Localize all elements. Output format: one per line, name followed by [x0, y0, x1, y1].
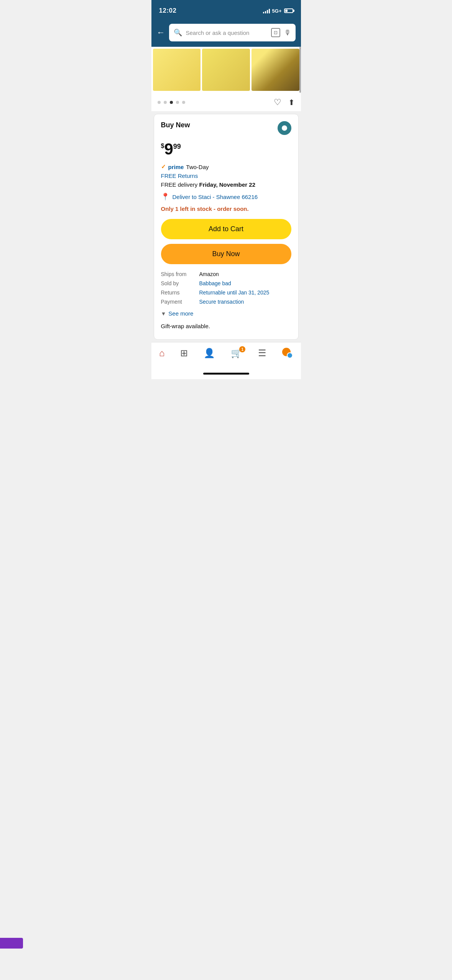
dot-3[interactable] [170, 101, 173, 104]
sold-by-value[interactable]: Babbage bad [199, 280, 231, 286]
location-pin-icon: 📍 [161, 192, 169, 201]
mic-icon[interactable]: 🎙 [284, 29, 291, 37]
status-bar: 12:02 5G+ [151, 0, 301, 20]
home-indicator [151, 368, 301, 379]
see-more-text: See more [168, 310, 193, 317]
free-delivery: FREE delivery Friday, November 22 [161, 181, 291, 188]
dot-1[interactable] [158, 101, 161, 104]
nav-cart[interactable]: 🛒 1 [226, 346, 247, 360]
prime-row: ✓ prime Two-Day [161, 163, 291, 170]
payment-value[interactable]: Secure transaction [199, 299, 244, 305]
returns-row: Returns Returnable until Jan 31, 2025 [161, 289, 291, 296]
search-bar[interactable]: 🔍 Search or ask a question ⊡ 🎙 [169, 24, 296, 41]
back-button[interactable]: ← [157, 28, 165, 38]
menu-icon: ☰ [258, 348, 266, 358]
image-indicators: ♡ ⬆︎ [151, 93, 301, 112]
buy-section-card: Buy New $ 9 99 ✓ prime Two-Day FREE Retu… [154, 114, 299, 340]
price-display: $ 9 99 [161, 141, 291, 157]
network-type: 5G+ [272, 8, 282, 14]
nav-menu[interactable]: ☰ [253, 346, 271, 360]
gift-wrap: Gift-wrap available. [161, 323, 291, 332]
nav-home[interactable]: ⌂ [155, 346, 169, 360]
product-action-icons: ♡ ⬆︎ [274, 97, 295, 107]
payment-label: Payment [161, 299, 192, 305]
product-image-3[interactable] [251, 49, 299, 91]
camera-search-icon[interactable]: ⊡ [271, 28, 280, 37]
status-time: 12:02 [159, 7, 177, 15]
ai-icon [282, 348, 293, 358]
radio-inner [282, 125, 287, 131]
delivery-location-text: Deliver to Staci - Shawnee 66216 [173, 194, 258, 200]
price-cents: 99 [173, 143, 181, 151]
ships-from-row: Ships from Amazon [161, 271, 291, 277]
wishlist-heart-icon[interactable]: ♡ [274, 97, 281, 107]
home-icon: ⌂ [159, 348, 165, 358]
nav-ai[interactable] [278, 346, 297, 360]
returns-label: Returns [161, 289, 192, 296]
product-image-2[interactable] [202, 49, 250, 91]
price-whole: 9 [164, 141, 173, 157]
product-details: Ships from Amazon Sold by Babbage bad Re… [161, 271, 291, 305]
buy-now-button[interactable]: Buy Now [161, 244, 291, 264]
prime-checkmark: ✓ [161, 163, 166, 170]
cart-badge: 1 [239, 346, 245, 352]
buy-new-label: Buy New [161, 121, 190, 129]
dot-5[interactable] [182, 101, 185, 104]
image-dots [158, 101, 185, 104]
buy-new-header: Buy New [161, 121, 291, 135]
free-returns[interactable]: FREE Returns [161, 173, 291, 179]
dot-2[interactable] [164, 101, 167, 104]
account-icon: 👤 [204, 348, 215, 358]
battery-icon [284, 8, 293, 13]
add-to-cart-button[interactable]: Add to Cart [161, 219, 291, 239]
payment-row: Payment Secure transaction [161, 299, 291, 305]
share-icon[interactable]: ⬆︎ [288, 98, 295, 107]
nav-browse[interactable]: ⊞ [176, 346, 192, 360]
see-more-row[interactable]: ▼ See more [161, 310, 291, 317]
sold-by-label: Sold by [161, 280, 192, 286]
search-placeholder: Search or ask a question [186, 30, 267, 36]
search-area: ← 🔍 Search or ask a question ⊡ 🎙 [151, 20, 301, 47]
ships-from-label: Ships from [161, 271, 192, 277]
currency-symbol: $ [161, 143, 164, 150]
status-icons: 5G+ [263, 8, 293, 14]
browse-icon: ⊞ [180, 348, 188, 358]
prime-delivery-type: Two-Day [186, 164, 209, 170]
search-icon: 🔍 [174, 28, 182, 37]
dot-4[interactable] [176, 101, 179, 104]
stock-warning: Only 1 left in stock - order soon. [161, 206, 291, 212]
chevron-down-icon: ▼ [161, 311, 166, 317]
returns-value[interactable]: Returnable until Jan 31, 2025 [199, 289, 270, 296]
sold-by-row: Sold by Babbage bad [161, 280, 291, 286]
deliver-to-row[interactable]: 📍 Deliver to Staci - Shawnee 66216 [161, 192, 291, 201]
ai-circle-blue [287, 352, 293, 358]
bottom-nav: ⌂ ⊞ 👤 🛒 1 ☰ [151, 342, 301, 368]
product-image-strip [151, 47, 301, 93]
cart-icon: 🛒 1 [231, 348, 242, 358]
selected-radio[interactable] [278, 121, 291, 135]
scroll-indicator [299, 47, 301, 93]
signal-icon [263, 8, 270, 13]
ships-from-value: Amazon [199, 271, 219, 277]
prime-label: prime [168, 164, 184, 170]
product-image-1[interactable] [153, 49, 201, 91]
delivery-date: Friday, November 22 [199, 181, 255, 188]
nav-account[interactable]: 👤 [199, 346, 220, 360]
